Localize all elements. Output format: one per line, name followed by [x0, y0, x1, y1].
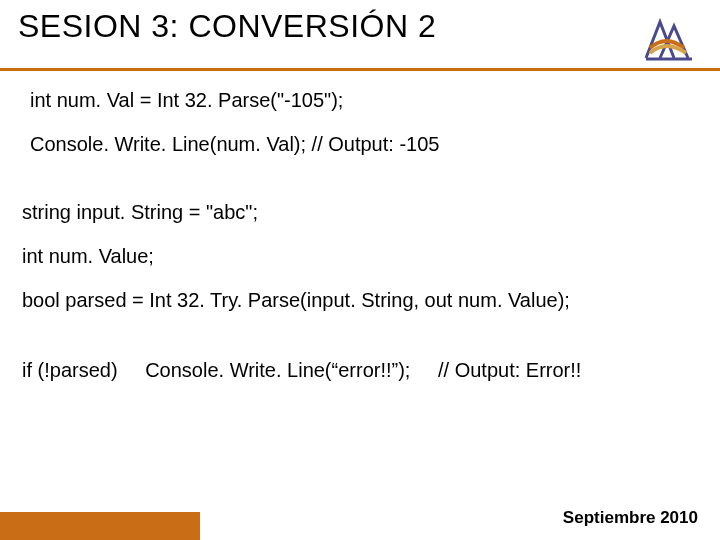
slide-header: SESION 3: CONVERSIÓN 2: [0, 0, 720, 71]
code-line: int num. Value;: [22, 243, 700, 269]
slide-footer: Septiembre 2010: [0, 508, 720, 540]
code-line: string input. String = "abc";: [22, 199, 700, 225]
accent-bar: [0, 512, 200, 540]
logo-icon: [640, 8, 702, 64]
code-line: if (!parsed) Console. Write. Line(“error…: [22, 357, 700, 383]
code-line: bool parsed = Int 32. Try. Parse(input. …: [22, 287, 700, 313]
code-segment: if (!parsed): [22, 357, 118, 383]
code-line: int num. Val = Int 32. Parse("-105");: [30, 87, 700, 113]
slide-body: int num. Val = Int 32. Parse("-105"); Co…: [0, 71, 720, 383]
code-line: Console. Write. Line(num. Val); // Outpu…: [30, 131, 700, 157]
footer-date: Septiembre 2010: [563, 508, 698, 528]
code-segment: // Output: Error!!: [438, 357, 581, 383]
slide-title: SESION 3: CONVERSIÓN 2: [18, 8, 436, 45]
code-segment: Console. Write. Line(“error!!”);: [145, 357, 410, 383]
